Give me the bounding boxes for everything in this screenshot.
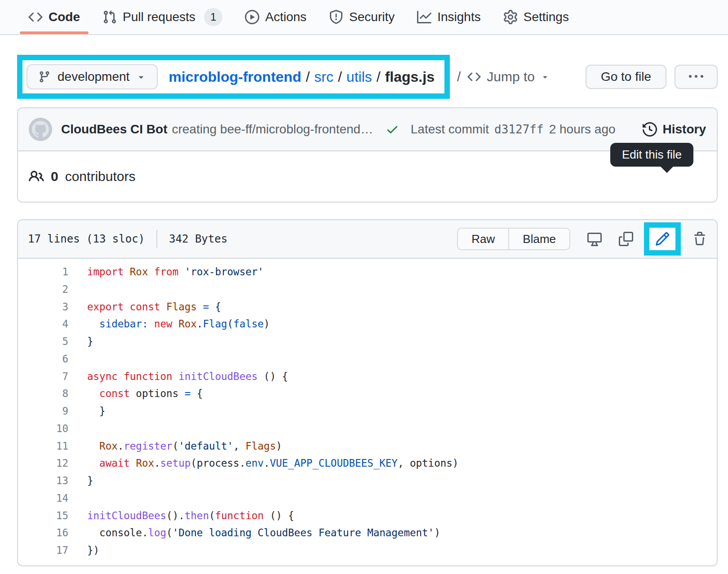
repo-tab-nav: Code Pull requests 1 Actions Security In…	[0, 0, 728, 35]
line-number[interactable]: 14	[18, 490, 68, 507]
code-text: await Rox.setup(process.env.VUE_APP_CLOU…	[68, 455, 458, 472]
more-options-button[interactable]	[675, 65, 718, 89]
contributors-label: contributors	[65, 169, 136, 184]
divider	[156, 230, 157, 248]
tab-security[interactable]: Security	[318, 0, 406, 34]
latest-commit-info: Latest commit d3127ff 2 hours ago	[411, 122, 616, 137]
breadcrumb-separator: /	[377, 69, 381, 85]
code-icon	[28, 10, 43, 24]
commit-status-check-icon[interactable]	[386, 123, 399, 136]
go-to-file-button[interactable]: Go to file	[586, 65, 666, 89]
file-content-box: 17 lines (13 sloc) 342 Bytes Raw Blame	[17, 219, 718, 566]
play-circle-icon	[245, 10, 259, 24]
avatar[interactable]	[29, 118, 52, 141]
code-line: 10	[18, 420, 717, 437]
line-number[interactable]: 15	[18, 507, 68, 525]
code-text: const options = {	[68, 385, 203, 402]
file-size: 342 Bytes	[169, 233, 227, 245]
gear-icon	[503, 10, 518, 24]
commit-sha-link[interactable]: d3127ff	[494, 123, 544, 136]
line-number[interactable]: 17	[18, 542, 68, 559]
breadcrumb-utils-link[interactable]: utils	[346, 69, 372, 85]
line-number[interactable]: 9	[18, 402, 68, 420]
breadcrumb-src-link[interactable]: src	[314, 69, 333, 85]
code-line: 2	[18, 281, 717, 298]
pull-request-icon	[102, 10, 117, 24]
commit-message[interactable]: creating bee-ff/microblog-frontend…	[172, 122, 373, 137]
tab-settings[interactable]: Settings	[492, 0, 580, 34]
code-text: }	[68, 333, 93, 350]
branch-selector-button[interactable]: development	[27, 64, 158, 89]
tab-code[interactable]: Code	[17, 0, 91, 34]
code-line: 3export const Flags = {	[18, 298, 717, 316]
line-number[interactable]: 6	[18, 350, 68, 368]
tab-pull-requests[interactable]: Pull requests 1	[91, 0, 234, 34]
file-header: 17 lines (13 sloc) 342 Bytes Raw Blame	[18, 220, 717, 259]
code-text: export const Flags = {	[68, 298, 221, 316]
line-number[interactable]: 1	[18, 263, 68, 281]
tab-label: Pull requests	[123, 10, 195, 24]
tab-actions[interactable]: Actions	[234, 0, 318, 34]
line-number[interactable]: 11	[18, 437, 68, 455]
tab-insights[interactable]: Insights	[406, 0, 492, 34]
file-lines-info: 17 lines (13 sloc)	[28, 233, 145, 245]
breadcrumb-separator: /	[338, 69, 342, 85]
device-desktop-icon	[587, 232, 602, 246]
code-line: 12 await Rox.setup(process.env.VUE_APP_C…	[18, 455, 717, 472]
code-text: })	[68, 542, 99, 559]
trash-icon	[692, 232, 707, 246]
breadcrumb: microblog-frontend/src/utils/flags.js	[169, 69, 435, 85]
line-number[interactable]: 10	[18, 420, 68, 437]
history-icon	[643, 122, 657, 137]
edit-file-button[interactable]	[655, 231, 670, 247]
chevron-down-icon	[136, 72, 146, 82]
kebab-horizontal-icon	[689, 70, 703, 84]
code-text	[68, 420, 87, 437]
code-text	[68, 490, 87, 507]
raw-button[interactable]: Raw	[457, 228, 509, 250]
branch-name: development	[58, 70, 129, 84]
code-icon	[467, 70, 481, 84]
annotation-highlight-breadcrumb: development microblog-frontend/src/utils…	[17, 55, 450, 99]
delete-file-button[interactable]	[692, 232, 707, 246]
code-line: 14	[18, 490, 717, 507]
copy-path-button[interactable]	[619, 232, 633, 246]
line-number[interactable]: 16	[18, 524, 68, 542]
raw-blame-button-group: Raw Blame	[457, 228, 570, 250]
code-line: 6	[18, 350, 717, 368]
code-line: 9 }	[18, 402, 717, 420]
line-number[interactable]: 8	[18, 385, 68, 402]
tab-label: Code	[49, 10, 80, 24]
line-number[interactable]: 7	[18, 368, 68, 385]
line-number[interactable]: 13	[18, 472, 68, 490]
contributors-count: 0	[51, 169, 58, 184]
open-in-desktop-button[interactable]	[587, 232, 602, 246]
history-link[interactable]: History	[643, 122, 706, 137]
line-number[interactable]: 5	[18, 333, 68, 350]
line-number[interactable]: 4	[18, 315, 68, 333]
tab-label: Security	[349, 10, 395, 24]
breadcrumb-repo-link[interactable]: microblog-frontend	[169, 69, 301, 85]
code-line: 8 const options = {	[18, 385, 717, 402]
pull-requests-count-badge: 1	[204, 8, 222, 26]
line-number[interactable]: 2	[18, 281, 68, 298]
commit-author[interactable]: CloudBees CI Bot	[61, 122, 167, 137]
breadcrumb-separator: /	[457, 69, 461, 84]
tooltip-edit-this-file: Edit this file	[610, 143, 693, 167]
code-line: 17})	[18, 542, 717, 559]
file-actions: Raw Blame	[457, 222, 707, 256]
code-line: 4 sidebar: new Rox.Flag(false)	[18, 315, 717, 333]
line-number[interactable]: 12	[18, 455, 68, 472]
pencil-icon	[655, 231, 670, 247]
latest-commit-label: Latest commit	[411, 122, 489, 137]
jump-to-dropdown[interactable]: / Jump to	[457, 69, 550, 84]
code-text: }	[68, 402, 106, 420]
line-number[interactable]: 3	[18, 298, 68, 316]
code-line: 1import Rox from 'rox-browser'	[18, 263, 717, 281]
graph-icon	[417, 10, 431, 24]
blame-button[interactable]: Blame	[508, 228, 570, 250]
code-text: sidebar: new Rox.Flag(false)	[68, 315, 270, 333]
file-navigation-row: development microblog-frontend/src/utils…	[17, 55, 718, 99]
git-branch-icon	[38, 71, 51, 83]
code-text: }	[68, 472, 93, 490]
